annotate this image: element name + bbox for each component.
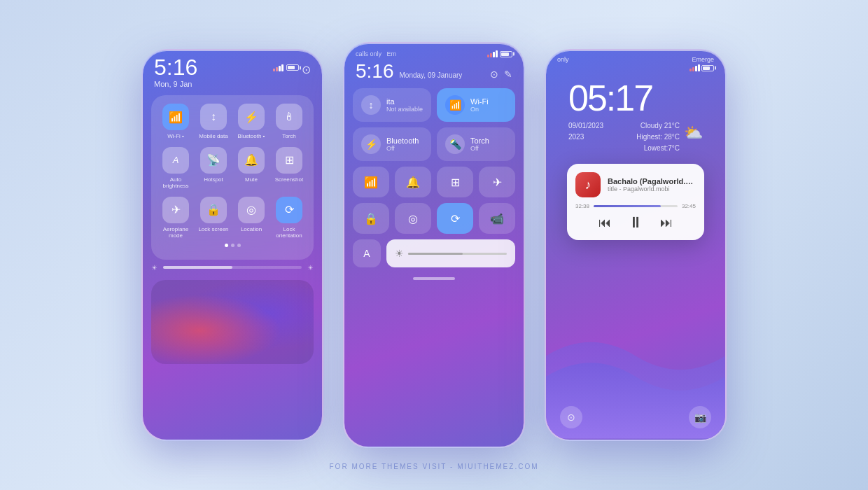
ctrl-torch[interactable]: 🕯 Torch <box>273 104 305 140</box>
brightness-track[interactable] <box>163 266 302 269</box>
home-bar[interactable] <box>413 277 455 280</box>
ctrl-mute-label: Mute <box>245 176 258 183</box>
music-next-button[interactable]: ⏭ <box>660 216 673 230</box>
phone3-status-icons <box>546 64 725 71</box>
phone-3: only Emerge 05:17 09/01/2023 <box>545 49 727 441</box>
settings-gear-icon[interactable]: ⊙ <box>302 63 311 76</box>
progress-fill <box>594 205 661 207</box>
brightness-max-icon: ☀ <box>307 264 314 272</box>
location-icon: ◎ <box>238 197 265 223</box>
phone3-battery <box>701 65 714 71</box>
brightness-fill <box>163 266 232 269</box>
phone2-search-icon[interactable]: ⊙ <box>490 69 498 80</box>
ctrl-screenshot-label: Screenshot <box>275 176 303 183</box>
cellular-icon: ↕ <box>361 95 381 115</box>
phones-container: 5:16 Mon, 9 Jan ⊙ 📶 <box>141 42 727 448</box>
ctrl-lockorientation[interactable]: ⟳ Lock orientation <box>273 197 305 239</box>
ctrl-lockscreen[interactable]: 🔒 Lock screen <box>197 197 230 239</box>
phone3-weather-main: Cloudy 21°C <box>603 120 680 132</box>
music-prev-button[interactable]: ⏮ <box>598 216 611 230</box>
ctrl2-bluetooth-sub: Off <box>386 145 419 152</box>
row3-camera[interactable]: 📹 <box>479 203 515 234</box>
weather-emoji: ⛅ <box>684 120 703 145</box>
ctrl-screenshot[interactable]: ⊞ Screenshot <box>273 147 305 190</box>
phone3-camera-icon[interactable]: 📷 <box>689 406 711 428</box>
brightness-track-2[interactable] <box>408 253 507 255</box>
ctrl-lockorientation-label: Lock orientation <box>273 226 305 239</box>
phone3-status-left: only <box>557 56 569 63</box>
ctrl2-bluetooth[interactable]: ⚡ Bluetooth Off <box>353 127 431 161</box>
music-pause-button[interactable]: ⏸ <box>628 214 643 232</box>
dot-1 <box>225 244 228 247</box>
control-panel: 📶 Wi-Fi • ↕ Mobile data ⚡ Bluetooth • 🕯 … <box>151 95 314 260</box>
lockscreen-icon: 🔒 <box>200 197 227 223</box>
progress-track[interactable] <box>594 205 678 207</box>
ctrl2-cellular-sub: Not available <box>386 106 423 113</box>
brightness-slider[interactable]: ☀ <box>386 239 515 267</box>
phone2-brightness-row[interactable]: A ☀ <box>344 239 524 273</box>
bluetooth-icon: ⚡ <box>238 104 265 130</box>
music-info: Bachalo (Pagalworld.mobi) title - Pagalw… <box>608 177 696 192</box>
small-airplane[interactable]: ✈ <box>479 167 515 197</box>
wifi-icon: 📶 <box>162 104 189 130</box>
ctrl2-torch[interactable]: 🔦 Torch Off <box>437 127 515 161</box>
ctrl2-wifi[interactable]: 📶 Wi-Fi On <box>437 88 515 122</box>
ctrl-mute[interactable]: 🔔 Mute <box>235 147 267 190</box>
phone3-status-bar: only Emerge <box>546 50 725 63</box>
ctrl-autobrightness[interactable]: A Auto brightness <box>160 147 192 190</box>
small-screen[interactable]: ⊞ <box>437 167 473 197</box>
phone2-status-bar: calls only Em <box>344 43 524 57</box>
battery-icon <box>286 64 299 71</box>
music-header: ♪ Bachalo (Pagalworld.mobi) title - Paga… <box>575 172 696 197</box>
ctrl-wifi-label: Wi-Fi • <box>167 133 184 140</box>
ctrl2-wifi-name: Wi-Fi <box>470 97 489 106</box>
ctrl-airplane[interactable]: ✈ Aeroplane mode <box>160 197 192 239</box>
phone2-date: Monday, 09 January <box>400 71 463 79</box>
phone3-record-icon[interactable]: ⊙ <box>560 406 582 428</box>
auto-brightness-btn[interactable]: A <box>353 239 381 267</box>
progress-bar[interactable]: 32:38 32:45 <box>575 203 696 209</box>
music-time-current: 32:38 <box>575 203 589 209</box>
row3-lock[interactable]: 🔒 <box>353 203 389 234</box>
row3-location[interactable]: ◎ <box>395 203 431 234</box>
phone1-header: 5:16 Mon, 9 Jan ⊙ <box>143 50 322 91</box>
mobile-data-icon: ↕ <box>200 104 227 130</box>
brightness-fill-2 <box>408 253 463 255</box>
phone3-date2: 2023 <box>568 132 603 143</box>
brightness-bar[interactable]: ☀ ☀ <box>143 264 322 277</box>
ctrl-airplane-label: Aeroplane mode <box>160 226 192 239</box>
auto-brightness-icon: A <box>162 147 189 174</box>
row3-rotate[interactable]: ⟳ <box>437 203 473 234</box>
phone2-top-grid: ↕ ita Not available 📶 Wi-Fi On ⚡ Bluetoo… <box>344 83 524 167</box>
phone2-edit-icon[interactable]: ✎ <box>504 69 512 80</box>
music-controls: ⏮ ⏸ ⏭ <box>575 214 696 232</box>
phone3-date-weather: 09/01/2023 2023 Cloudy 21°C Highest: 28°… <box>557 120 714 154</box>
ctrl2-cellular[interactable]: ↕ ita Not available <box>353 88 431 122</box>
dot-3 <box>237 244 241 247</box>
dot-2 <box>231 244 234 247</box>
music-title: Bachalo (Pagalworld.mobi) <box>608 177 696 186</box>
ctrl-bluetooth[interactable]: ⚡ Bluetooth • <box>235 104 267 140</box>
small-bell[interactable]: 🔔 <box>395 167 431 197</box>
ctrl-location[interactable]: ◎ Location <box>235 197 267 239</box>
mute-icon: 🔔 <box>238 147 265 174</box>
phone1-background <box>151 280 314 364</box>
phone2-time: 5:16 <box>356 60 394 83</box>
phone3-bottom-icons: ⊙ 📷 <box>546 406 725 428</box>
ctrl-mobile[interactable]: ↕ Mobile data <box>197 104 230 140</box>
ctrl2-bluetooth-icon: ⚡ <box>361 134 381 154</box>
ctrl2-torch-sub: Off <box>470 145 489 152</box>
ctrl-wifi[interactable]: 📶 Wi-Fi • <box>160 104 192 140</box>
ctrl-location-label: Location <box>241 226 262 233</box>
ctrl-hotspot[interactable]: 📡 Hotspot <box>197 147 230 190</box>
phone3-status-right: Emerge <box>692 56 714 63</box>
ctrl2-cellular-name: ita <box>386 97 423 106</box>
phone2-row3-grid: 🔒 ◎ ⟳ 📹 <box>344 203 524 239</box>
small-wifi[interactable]: 📶 <box>353 167 389 197</box>
phone2-status-left: calls only Em <box>356 50 396 57</box>
phone3-weather-sub: Highest: 28°C Lowest:7°C <box>603 132 680 154</box>
music-card: ♪ Bachalo (Pagalworld.mobi) title - Paga… <box>567 164 704 240</box>
ctrl2-wifi-sub: On <box>470 106 489 113</box>
watermark: FOR MORE THEMES VISIT - MIUITHEMEZ.COM <box>0 463 868 470</box>
music-time-total: 32:45 <box>682 203 696 209</box>
